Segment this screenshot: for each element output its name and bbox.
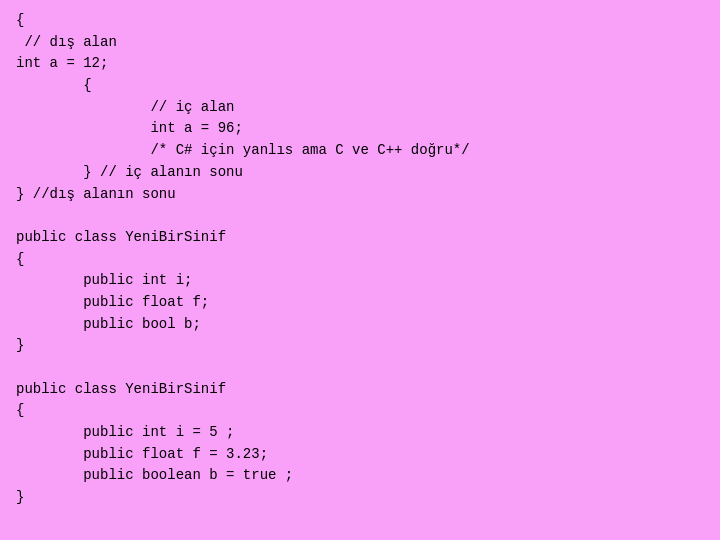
code-line: public class YeniBirSinif: [16, 379, 704, 401]
code-line: public float f;: [16, 292, 704, 314]
code-line: {: [16, 400, 704, 422]
code-line: int a = 12;: [16, 53, 704, 75]
code-line: // iç alan: [16, 97, 704, 119]
code-line: {: [16, 75, 704, 97]
code-line: } // iç alanın sonu: [16, 162, 704, 184]
code-line: public class YeniBirSinif: [16, 227, 704, 249]
code-line: [16, 205, 704, 227]
code-line: }: [16, 487, 704, 509]
code-line: // dış alan: [16, 32, 704, 54]
code-line: public int i;: [16, 270, 704, 292]
code-line: [16, 357, 704, 379]
code-line: int a = 96;: [16, 118, 704, 140]
code-line: public boolean b = true ;: [16, 465, 704, 487]
code-display: { // dış alanint a = 12; { // iç alan in…: [0, 0, 720, 540]
code-line: }: [16, 335, 704, 357]
code-line: public int i = 5 ;: [16, 422, 704, 444]
code-line: {: [16, 249, 704, 271]
code-line: public float f = 3.23;: [16, 444, 704, 466]
code-line: public bool b;: [16, 314, 704, 336]
code-line: {: [16, 10, 704, 32]
code-line: /* C# için yanlıs ama C ve C++ doğru*/: [16, 140, 704, 162]
code-line: } //dış alanın sonu: [16, 184, 704, 206]
